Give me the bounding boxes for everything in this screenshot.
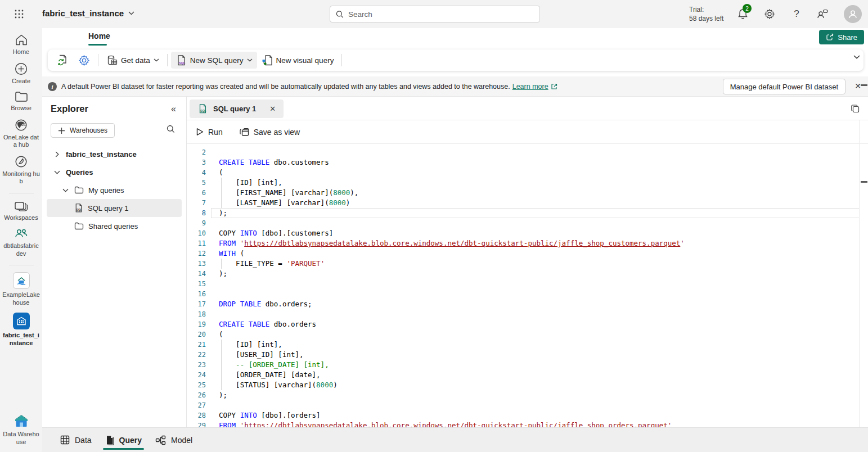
tree-item-queries[interactable]: Queries (47, 163, 182, 181)
ribbon-expand-chevron[interactable] (853, 55, 860, 59)
line-number: 12 (187, 248, 206, 259)
sidebar-item-home[interactable]: Home (1, 34, 42, 56)
code-line-29[interactable]: 29FROM 'https://dbtlabsynapsedatalake.bl… (187, 421, 868, 427)
share-button[interactable]: Share (819, 30, 864, 44)
code-line-24[interactable]: 24 [ORDER_DATE] [date], (187, 370, 868, 380)
editor-scrollbar[interactable] (859, 120, 860, 427)
new-visual-query-button[interactable]: New visual query (257, 52, 339, 69)
tab-sql-query-1[interactable]: SQL SQL query 1 ✕ (190, 100, 284, 118)
line-text: FILE_TYPE = 'PARQUET' (206, 259, 325, 269)
tab-home[interactable]: Home (88, 31, 110, 40)
sidebar-item-data-warehouse[interactable]: Data Warehouse (1, 414, 42, 446)
view-tab-label: Query (119, 436, 142, 445)
warehouse-settings-button[interactable] (74, 52, 95, 69)
sidebar-item-onelake-data-hub[interactable]: OneLake data hub (1, 119, 42, 149)
get-data-button[interactable]: Get data (102, 52, 164, 69)
ribbon-divider (341, 54, 342, 66)
ribbon-toolbar: Get data SQL New SQL query New visual qu… (48, 49, 863, 71)
tree-item-label: My queries (88, 186, 124, 195)
learn-more-link[interactable]: Learn more (512, 83, 557, 91)
tree-item-fabric-test-instance[interactable]: fabric_test_instance (47, 145, 182, 163)
line-text: DROP TABLE dbo.orders; (206, 299, 312, 309)
tree-item-sql-query-1[interactable]: SQLSQL query 1 (47, 199, 182, 217)
code-line-11[interactable]: 11FROM 'https://dbtlabsynapsedatalake.bl… (187, 238, 868, 248)
tree-item-my-queries[interactable]: My queries (47, 181, 182, 199)
global-search (330, 6, 540, 22)
settings-gear-icon[interactable] (763, 7, 776, 21)
code-line-17[interactable]: 17DROP TABLE dbo.orders; (187, 299, 868, 309)
sidebar-item-create[interactable]: Create (1, 62, 42, 85)
line-number: 20 (187, 329, 206, 340)
notifications-bell-icon[interactable]: 2 (736, 7, 749, 21)
line-number: 25 (187, 380, 206, 390)
close-tab-icon[interactable]: ✕ (269, 105, 276, 113)
line-text (206, 289, 219, 299)
banner-close-icon[interactable]: ✕ (854, 82, 861, 91)
sidebar-item-examplelakehouse[interactable]: ExampleLakehouse (1, 272, 42, 306)
save-as-view-icon (240, 128, 249, 137)
app-launcher-icon[interactable] (14, 8, 25, 20)
refresh-button[interactable] (52, 52, 74, 69)
line-text: -- [ORDER_DATE] [int], (206, 360, 329, 370)
code-line-16[interactable]: 16 (187, 289, 868, 299)
code-line-8[interactable]: 8); (187, 208, 868, 218)
code-line-12[interactable]: 12WITH ( (187, 248, 868, 259)
sidebar-item-dbtlabsfabricdev[interactable]: dbtlabsfabricdev (1, 228, 42, 257)
line-text: ( (206, 168, 223, 178)
code-line-5[interactable]: 5 [ID] [int], (187, 178, 868, 188)
line-text: ); (206, 208, 227, 218)
code-line-25[interactable]: 25 [STATUS] [varchar](8000) (187, 380, 868, 390)
code-line-6[interactable]: 6 [FIRST_NAME] [varchar](8000), (187, 188, 868, 198)
sidebar-item-browse[interactable]: Browse (1, 91, 42, 112)
code-line-2[interactable]: 2 (187, 147, 868, 157)
tree-item-shared-queries[interactable]: Shared queries (47, 217, 182, 235)
line-number: 17 (187, 299, 206, 309)
sidebar-item-workspaces[interactable]: Workspaces (1, 200, 42, 222)
main-content: Explorer « Warehouses fabric_test_instan… (42, 97, 868, 427)
code-line-10[interactable]: 10COPY INTO [dbo].[customers] (187, 228, 868, 238)
view-tab-data[interactable]: Data (53, 428, 98, 452)
help-icon[interactable]: ? (790, 7, 803, 21)
manage-default-dataset-button[interactable]: Manage default Power BI dataset (723, 79, 845, 94)
code-line-19[interactable]: 19CREATE TABLE dbo.orders (187, 319, 868, 329)
code-line-14[interactable]: 14); (187, 269, 868, 279)
feedback-icon[interactable] (816, 7, 829, 21)
code-line-22[interactable]: 22 [USER_ID] [int], (187, 350, 868, 360)
code-line-26[interactable]: 26); (187, 390, 868, 400)
view-tab-query[interactable]: Query (98, 428, 149, 452)
code-line-18[interactable]: 18 (187, 309, 868, 319)
chevron-right-icon[interactable] (53, 151, 60, 157)
code-line-28[interactable]: 28COPY INTO [dbo].[orders] (187, 410, 868, 421)
code-line-23[interactable]: 23 -- [ORDER_DATE] [int], (187, 360, 868, 370)
code-line-9[interactable]: 9 (187, 218, 868, 228)
explorer-search-icon[interactable] (167, 125, 175, 133)
code-line-4[interactable]: 4( (187, 168, 868, 178)
code-line-3[interactable]: 3CREATE TABLE dbo.customers (187, 157, 868, 168)
visual-query-icon (262, 55, 273, 66)
sql-code-editor[interactable]: 23CREATE TABLE dbo.customers4(5 [ID] [in… (187, 144, 868, 427)
code-line-7[interactable]: 7 [LAST_NAME] [varchar](8000) (187, 198, 868, 208)
chevron-down-icon[interactable] (62, 188, 69, 192)
rail-separator (9, 193, 34, 193)
banner-message: A default Power BI dataset for faster re… (61, 83, 510, 91)
save-as-view-button[interactable]: Save as view (240, 128, 300, 137)
add-warehouses-button[interactable]: Warehouses (51, 123, 115, 138)
view-tab-model[interactable]: Model (149, 428, 199, 452)
run-button[interactable]: Run (196, 128, 223, 137)
code-line-13[interactable]: 13 FILE_TYPE = 'PARQUET' (187, 259, 868, 269)
sidebar-item-monitoring-hub[interactable]: Monitoring hub (1, 155, 42, 186)
account-avatar[interactable] (844, 5, 862, 23)
code-line-21[interactable]: 21 [ID] [int], (187, 340, 868, 350)
workspace-switcher[interactable]: fabric_test_instance (42, 8, 134, 18)
sidebar-item-fabric-test-instance[interactable]: fabric_test_instance (1, 313, 42, 347)
search-input[interactable] (348, 10, 534, 19)
chevron-down-icon[interactable] (53, 170, 60, 174)
code-line-20[interactable]: 20( (187, 329, 868, 340)
tree-item-label: fabric_test_instance (66, 150, 137, 159)
code-line-27[interactable]: 27 (187, 400, 868, 410)
line-number: 4 (187, 168, 206, 178)
new-sql-query-button[interactable]: SQL New SQL query (171, 52, 257, 69)
copy-icon[interactable] (851, 104, 860, 114)
collapse-panel-icon[interactable]: « (171, 104, 176, 114)
code-line-15[interactable]: 15 (187, 279, 868, 289)
